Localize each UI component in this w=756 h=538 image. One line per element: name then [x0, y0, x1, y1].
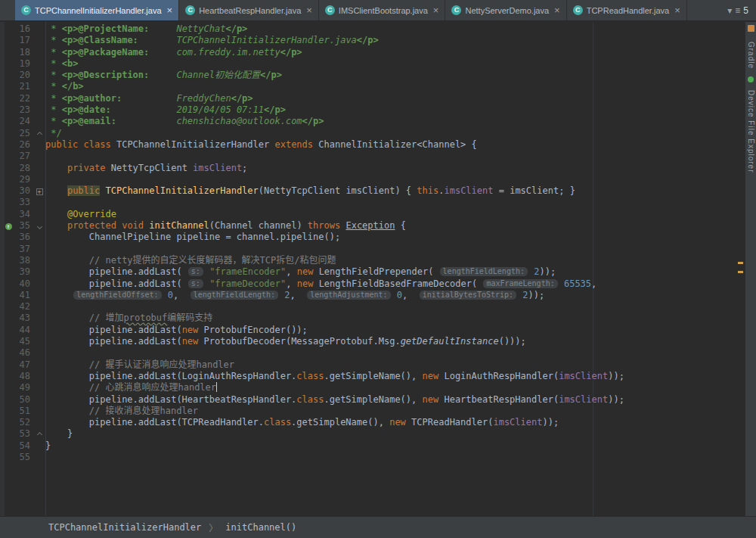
ide-window: CTCPChannelInitializerHandler.java×CHear… — [0, 0, 756, 538]
breadcrumb-item[interactable]: TCPChannelInitializerHandler — [48, 522, 201, 533]
line-number[interactable]: 42 — [12, 301, 33, 313]
code-line: 21 * </b> — [5, 81, 745, 92]
code-line: 53 } — [5, 428, 745, 440]
line-number[interactable]: 40 — [12, 278, 33, 290]
line-number[interactable]: 46 — [12, 347, 33, 359]
code-text: pipeline.addLast(LoginAuthRespHandler.cl… — [45, 371, 624, 382]
code-line: 50 pipeline.addLast(HeartbeatRespHandler… — [5, 394, 745, 406]
tab-imsclientbootstrap-java[interactable]: CIMSClientBootstrap.java× — [319, 0, 446, 20]
fold-expand-icon[interactable]: + — [36, 188, 43, 195]
code-line: 25 */ — [5, 128, 745, 139]
line-number[interactable]: 30 — [12, 185, 33, 197]
line-number[interactable]: 22 — [12, 93, 33, 104]
line-number[interactable]: 26 — [12, 139, 33, 151]
code-line: 28 private NettyTcpClient imsClient; — [5, 163, 745, 174]
code-text: protected void initChannel(Channel chann… — [45, 220, 406, 232]
line-number[interactable]: 44 — [12, 325, 33, 336]
right-stripe-buttons: GradleDevice File Explorer — [747, 38, 755, 177]
status-dot-icon — [748, 76, 754, 82]
chevron-down-icon[interactable]: ▾ — [727, 5, 732, 16]
line-number[interactable]: 35 — [12, 220, 33, 232]
line-number[interactable]: 18 — [12, 47, 33, 58]
line-number[interactable]: 29 — [12, 174, 33, 185]
code-text: pipeline.addLast(new ProtobufEncoder()); — [45, 325, 308, 336]
close-icon[interactable]: × — [674, 5, 680, 15]
line-number[interactable]: 43 — [12, 313, 33, 324]
line-number[interactable]: 17 — [12, 35, 33, 46]
code-text: * <p>@email: chenshichao@outlook.com</p> — [45, 116, 324, 127]
line-number[interactable]: 48 — [12, 371, 33, 382]
code-line: 18 * <p>@PackageName: com.freddy.im.nett… — [5, 47, 745, 58]
code-text: * <p>@date: 2019/04/05 07:11</p> — [45, 104, 286, 116]
tab-heartbeatresphandler-java[interactable]: CHeartbeatRespHandler.java× — [179, 0, 319, 20]
line-number[interactable]: 27 — [12, 151, 33, 162]
line-number[interactable]: 41 — [12, 290, 33, 301]
line-number[interactable]: 20 — [12, 70, 33, 81]
code-text: * </b> — [45, 81, 84, 92]
line-number[interactable]: 24 — [12, 116, 33, 127]
inspection-status-icon[interactable] — [748, 25, 754, 32]
warning-stripe-mark[interactable] — [738, 262, 743, 264]
tab-label: TCPChannelInitializerHandler.java — [35, 6, 162, 15]
code-line: 40 pipeline.addLast( s: "frameDecoder", … — [5, 278, 745, 290]
fold-marker-icon[interactable] — [36, 132, 42, 137]
code-line: 51 // 接收消息处理handler — [5, 406, 745, 417]
code-line: 20 * <p>@Description: Channel初始化配置</p> — [5, 70, 745, 81]
line-number[interactable]: 38 — [12, 255, 33, 266]
tab-list-icon[interactable]: ≡ — [735, 5, 740, 16]
java-class-icon: C — [573, 5, 583, 15]
line-number[interactable]: 47 — [12, 359, 33, 371]
line-number[interactable]: 34 — [12, 209, 33, 220]
override-marker-icon[interactable]: ↑ — [5, 223, 12, 230]
line-number[interactable]: 16 — [12, 23, 33, 35]
code-text: pipeline.addLast(HeartbeatRespHandler.cl… — [45, 394, 624, 406]
line-number[interactable]: 53 — [12, 428, 33, 440]
tab-tcpreadhandler-java[interactable]: CTCPReadHandler.java× — [567, 0, 687, 20]
code-text: // 心跳消息响应处理handler — [45, 382, 217, 393]
tab-tcpchannelinitializerhandler-java[interactable]: CTCPChannelInitializerHandler.java× — [15, 0, 179, 20]
tool-window-button-gradle[interactable]: Gradle — [747, 42, 755, 69]
line-number[interactable]: 54 — [12, 440, 33, 452]
breadcrumb-item[interactable]: initChannel() — [225, 522, 296, 533]
code-text: * <p>@ProjectName: NettyChat</p> — [45, 23, 247, 35]
code-text: lengthFieldOffset: 0, lengthFieldLength:… — [45, 290, 544, 301]
close-icon[interactable]: × — [554, 5, 560, 15]
line-number[interactable]: 33 — [12, 197, 33, 208]
line-number[interactable]: 51 — [12, 406, 33, 417]
line-number[interactable]: 25 — [12, 128, 33, 139]
line-number[interactable]: 45 — [12, 336, 33, 347]
line-number[interactable]: 49 — [12, 382, 33, 393]
close-icon[interactable]: × — [167, 5, 173, 15]
warning-stripe-mark[interactable] — [738, 271, 743, 273]
code-line: 55 — [5, 452, 745, 463]
code-line: 22 * <p>@author: FreddyChen</p> — [5, 93, 745, 104]
line-number[interactable]: 23 — [12, 104, 33, 116]
line-number[interactable]: 36 — [12, 232, 33, 243]
tab-nettyserverdemo-java[interactable]: CNettyServerDemo.java× — [445, 0, 566, 20]
line-number[interactable]: 37 — [12, 244, 33, 255]
breadcrumb-bar: TCPChannelInitializerHandler〉initChannel… — [0, 516, 756, 538]
code-area[interactable]: 16 * <p>@ProjectName: NettyChat</p>17 * … — [0, 22, 745, 516]
line-number[interactable]: 52 — [12, 417, 33, 428]
code-text: public class TCPChannelInitializerHandle… — [45, 139, 477, 151]
close-icon[interactable]: × — [433, 5, 439, 15]
line-number[interactable]: 50 — [12, 394, 33, 406]
code-text: * <b> — [45, 58, 78, 70]
close-icon[interactable]: × — [306, 5, 312, 15]
tool-window-button-device-file-explorer[interactable]: Device File Explorer — [747, 90, 755, 173]
code-line: 39 pipeline.addLast( s: "frameEncoder", … — [5, 266, 745, 278]
line-number[interactable]: 28 — [12, 163, 33, 174]
code-line: 26public class TCPChannelInitializerHand… — [5, 139, 745, 151]
line-number[interactable]: 39 — [12, 266, 33, 278]
code-text: ChannelPipeline pipeline = channel.pipel… — [45, 232, 340, 243]
tab-strip: CTCPChannelInitializerHandler.java×CHear… — [15, 0, 687, 20]
line-number[interactable]: 19 — [12, 58, 33, 70]
hidden-tabs-count[interactable]: 5 — [743, 5, 748, 16]
code-line: 42 — [5, 301, 745, 313]
line-number[interactable]: 55 — [12, 452, 33, 463]
fold-marker-icon[interactable] — [36, 224, 42, 229]
code-line: 23 * <p>@date: 2019/04/05 07:11</p> — [5, 104, 745, 116]
editor[interactable]: 16 * <p>@ProjectName: NettyChat</p>17 * … — [0, 22, 745, 516]
fold-marker-icon[interactable] — [36, 432, 42, 437]
line-number[interactable]: 21 — [12, 81, 33, 92]
